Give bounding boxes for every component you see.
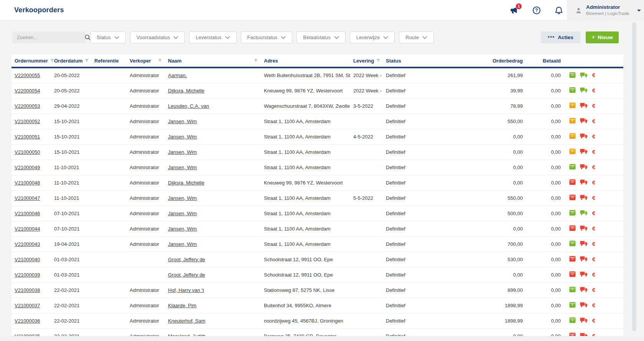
orderbedrag-cell: 0,00 <box>469 129 527 144</box>
order-link[interactable]: V21000037 <box>15 303 40 308</box>
customer-link[interactable]: Jansen, Wim <box>168 165 197 170</box>
customer-link[interactable]: Jansen, Wim <box>168 211 197 216</box>
order-link[interactable]: V21000036 <box>15 318 40 324</box>
status-cell: Definitief <box>383 175 469 190</box>
filter-dropdown-leverstatus[interactable]: Leverstatus <box>189 31 236 43</box>
help-icon[interactable]: ? <box>532 6 541 15</box>
order-link[interactable]: V21000048 <box>15 180 40 186</box>
order-row[interactable]: V2100003722-02-2021AdministratorKlaarde,… <box>12 298 623 313</box>
order-link[interactable]: V21000049 <box>15 165 40 170</box>
acties-button[interactable]: ••• Acties <box>541 31 580 43</box>
customer-link[interactable]: Klaarde, Pim <box>168 303 196 308</box>
filter-dropdown-factuurstatus[interactable]: Factuurstatus <box>241 31 293 43</box>
vertical-scrollbar[interactable] <box>632 22 636 331</box>
filter-dropdown-label: Factuurstatus <box>247 35 278 40</box>
column-header-naam[interactable]: Naam <box>165 54 261 68</box>
order-row[interactable]: V2100004911-10-2021AdministratorJansen, … <box>12 160 623 175</box>
customer-link[interactable]: Jansen, Wim <box>168 149 197 155</box>
order-row[interactable]: V2100004711-10-2021AdministratorJansen, … <box>12 190 623 206</box>
adres-cell: Straat 1, 1100 AA, Amsterdam <box>261 160 350 175</box>
verkoper-cell: Administrator <box>127 313 165 328</box>
order-link[interactable]: V21000046 <box>15 211 40 216</box>
payment-status-icon: € <box>592 287 595 293</box>
customer-link[interactable]: Groot, Jeffery de <box>168 272 205 278</box>
order-link[interactable]: V21000038 <box>15 287 40 293</box>
order-row[interactable]: V2100003822-02-2021AdministratorHof, Har… <box>12 282 623 298</box>
column-header-referentie[interactable]: Referentie <box>91 54 127 68</box>
order-row[interactable]: V2100004001-03-2021Groot, Jeffery deScho… <box>12 252 623 267</box>
ordernummer-cell: V21000046 <box>12 206 51 221</box>
order-link[interactable]: V21000039 <box>15 272 40 278</box>
column-header-orderbedrag[interactable]: Orderbedrag <box>469 54 527 68</box>
customer-link[interactable]: Kneuterhof, Sam <box>168 318 206 324</box>
order-row[interactable]: V2100005015-10-2021AdministratorJansen, … <box>12 144 623 160</box>
filter-funnel-icon[interactable] <box>158 59 162 63</box>
customer-link[interactable]: Jansen, Wim <box>168 226 197 232</box>
order-link[interactable]: V22000055 <box>15 72 40 78</box>
order-row[interactable]: V2100003622-02-2021AdministratorKneuterh… <box>12 313 623 328</box>
bell-icon[interactable] <box>555 6 563 15</box>
user-menu[interactable]: Administrator Bloemert | LogicTrade <box>567 0 644 21</box>
column-header-verkoper[interactable]: Verkoper <box>127 54 165 68</box>
column-header-adres[interactable]: Adres <box>261 54 350 68</box>
adres-cell: Schoolstraat 12, 9911 OO, Epe <box>261 267 350 282</box>
order-row[interactable]: V2100005115-10-2021AdministratorJansen, … <box>12 129 623 144</box>
order-row[interactable]: V2100003901-03-2021Groot, Jeffery deScho… <box>12 267 623 282</box>
filter-funnel-icon[interactable] <box>254 59 258 63</box>
order-row[interactable]: V2100005215-10-2021AdministratorJansen, … <box>12 114 623 129</box>
column-header-orderdatum[interactable]: Orderdatum <box>51 54 91 68</box>
order-link[interactable]: V21000052 <box>15 119 40 124</box>
filter-dropdown-leverwijze[interactable]: Leverwijze <box>350 31 395 43</box>
betaald-cell: 0,00 <box>527 98 565 114</box>
order-row[interactable]: V2100004607-10-2021AdministratorJansen, … <box>12 206 623 221</box>
customer-link[interactable]: Jansen, Wim <box>168 241 197 247</box>
filter-dropdown-betaalstatus[interactable]: Betaalstatus <box>296 31 346 43</box>
order-row[interactable]: V2100004319-04-2021AdministratorJansen, … <box>12 236 623 252</box>
horizontal-scrollbar[interactable] <box>0 336 644 341</box>
orderdatum-cell: 11-10-2021 <box>51 175 91 190</box>
filter-dropdown-voorraadstatus[interactable]: Voorraadstatus <box>130 31 185 43</box>
filter-funnel-icon[interactable] <box>376 59 380 63</box>
filter-dropdown-label: Status <box>97 35 111 40</box>
column-header-ordernummer[interactable]: Ordernummer <box>12 54 51 68</box>
order-row[interactable]: V2200005520-05-2022AdministratorAarman,W… <box>12 68 623 83</box>
payment-status-icon: € <box>592 225 595 232</box>
order-row[interactable]: V2100004811-10-2021AdministratorDijksra,… <box>12 175 623 190</box>
order-row[interactable]: V2200005420-05-2022AdministratorDijksra,… <box>12 83 623 98</box>
order-row[interactable]: V2200005329-04-2022AdministratorLeusden,… <box>12 98 623 114</box>
referentie-cell <box>91 313 127 328</box>
order-link[interactable]: V21000044 <box>15 226 40 232</box>
verkoper-cell: Administrator <box>127 190 165 206</box>
search-input[interactable] <box>17 35 84 40</box>
order-link[interactable]: V21000051 <box>15 134 40 140</box>
column-header-betaald[interactable]: Betaald <box>527 54 565 68</box>
customer-link[interactable]: Jansen, Wim <box>168 195 197 201</box>
order-link[interactable]: V22000053 <box>15 103 40 109</box>
customer-link[interactable]: Dijksra, Michelle <box>168 180 204 186</box>
customer-link[interactable]: Aarman, <box>168 72 187 78</box>
nieuw-button[interactable]: + Nieuw <box>586 31 619 43</box>
order-link[interactable]: V22000054 <box>15 88 40 94</box>
column-header-status[interactable]: Status <box>383 54 469 68</box>
order-link[interactable]: V21000043 <box>15 241 40 247</box>
order-link[interactable]: V21000050 <box>15 149 40 155</box>
filter-dropdown-status[interactable]: Status <box>90 31 126 43</box>
filter-funnel-icon[interactable] <box>85 59 89 63</box>
customer-link[interactable]: Hof, Harry van 't <box>168 287 204 293</box>
column-header-levering[interactable]: Levering <box>350 54 383 68</box>
filter-funnel-icon[interactable] <box>50 59 54 63</box>
search-box[interactable] <box>12 31 86 43</box>
customer-link[interactable]: Leusden, C.A. van <box>168 103 209 109</box>
customer-link[interactable]: Jansen, Wim <box>168 119 197 124</box>
order-link[interactable]: V21000040 <box>15 257 40 262</box>
order-link[interactable]: V21000047 <box>15 195 40 201</box>
customer-link[interactable]: Jansen, Wim <box>168 134 197 140</box>
customer-link[interactable]: Dijksra, Michelle <box>168 88 204 94</box>
order-row[interactable]: V2100004407-10-2021AdministratorJansen, … <box>12 221 623 236</box>
filter-dropdown-route[interactable]: Route <box>399 31 434 43</box>
status-cell: Definitief <box>383 114 469 129</box>
payment-status-icon: € <box>592 317 595 324</box>
customer-link[interactable]: Groot, Jeffery de <box>168 257 205 262</box>
levering-cell <box>350 221 383 236</box>
verkoper-cell: Administrator <box>127 221 165 236</box>
